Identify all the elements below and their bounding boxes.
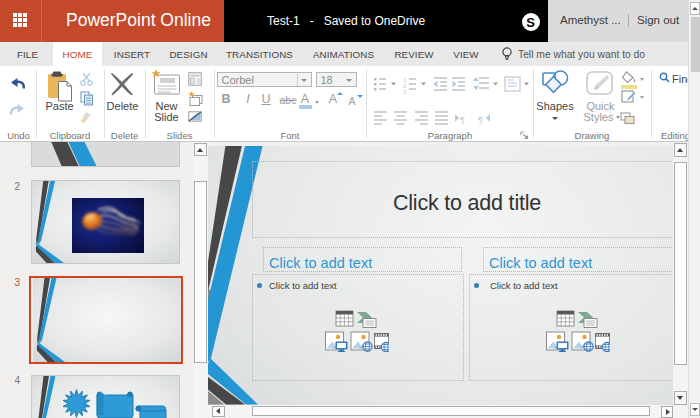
svg-text:3: 3: [403, 89, 407, 95]
svg-text:¶: ¶: [460, 115, 465, 125]
svg-text:¶: ¶: [478, 115, 483, 125]
